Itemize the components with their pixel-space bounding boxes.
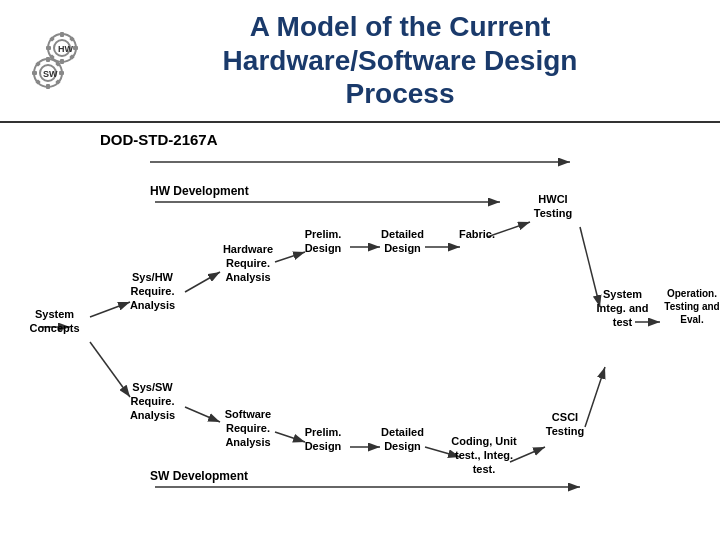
hw-require-analysis-node: Hardware Require. Analysis (213, 242, 283, 285)
sys-hw-require-node: Sys/HW Require. Analysis (120, 270, 185, 313)
sys-sw-require-node: Sys/SW Require. Analysis (120, 380, 185, 423)
svg-rect-15 (32, 71, 37, 75)
header: HW SW A Model of the Current Hardware/So… (0, 0, 720, 123)
system-concepts-node: System Concepts (22, 307, 87, 336)
coding-unit-test-node: Coding, Unit test., Integ. test. (450, 434, 518, 477)
svg-rect-2 (60, 32, 64, 37)
svg-rect-3 (60, 59, 64, 64)
dod-label: DOD-STD-2167A (100, 131, 700, 148)
sw-require-analysis-node: Software Require. Analysis (213, 407, 283, 450)
detailed-design-sw-node: Detailed Design (375, 425, 430, 454)
csci-testing-node: CSCI Testing (535, 410, 595, 439)
fabric-node: Fabric. (452, 227, 502, 241)
svg-rect-13 (46, 57, 50, 62)
svg-rect-14 (46, 84, 50, 89)
svg-text:HW: HW (58, 44, 73, 54)
prelim-design-hw-node: Prelim. Design (298, 227, 348, 256)
page-title: A Model of the Current Hardware/Software… (100, 10, 700, 111)
svg-rect-16 (59, 71, 64, 75)
svg-rect-4 (46, 46, 51, 50)
sw-development-label: SW Development (150, 469, 248, 485)
hw-development-label: HW Development (150, 184, 249, 200)
hwci-testing-node: HWCI Testing (523, 192, 583, 221)
system-integ-test-node: System Integ. and test (590, 287, 655, 330)
svg-rect-5 (73, 46, 78, 50)
diagram-arrows (20, 152, 700, 540)
diagram: HW Development SW Development System Con… (20, 152, 700, 540)
main-content: DOD-STD-2167A (0, 123, 720, 540)
svg-text:SW: SW (43, 69, 58, 79)
prelim-design-sw-node: Prelim. Design (298, 425, 348, 454)
logo: HW SW (20, 28, 100, 93)
detailed-design-hw-node: Detailed Design (375, 227, 430, 256)
operation-testing-node: Operation. Testing and Eval. (658, 287, 720, 326)
